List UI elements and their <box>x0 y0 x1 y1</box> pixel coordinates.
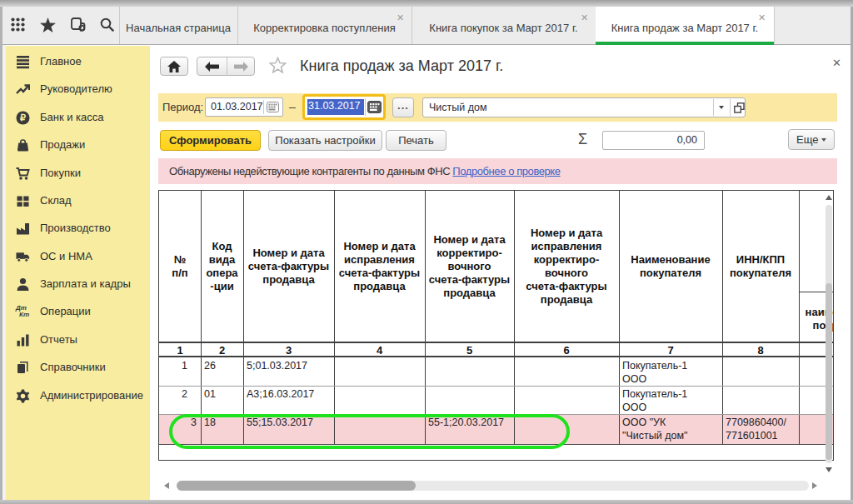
svg-text:₽: ₽ <box>20 112 26 122</box>
